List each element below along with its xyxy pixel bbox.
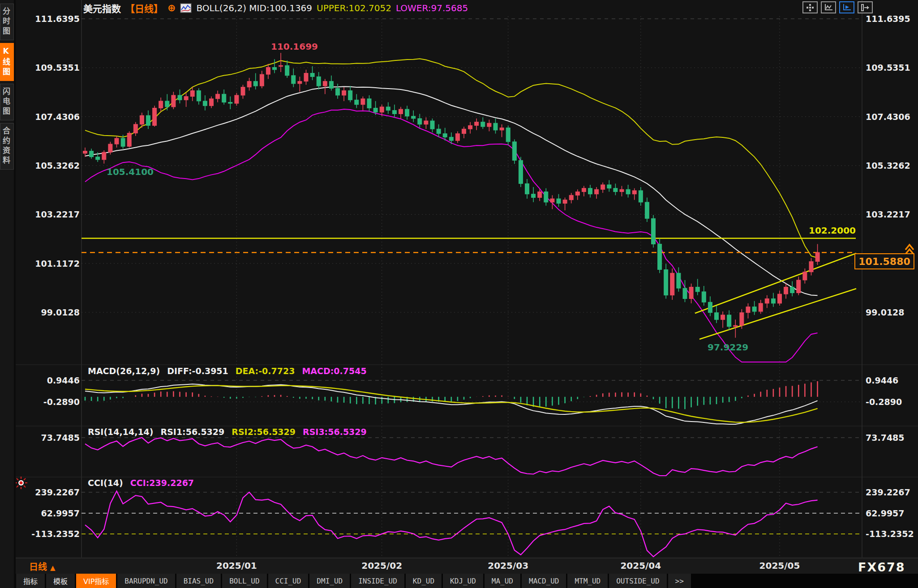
period-label: 日线: [29, 562, 47, 572]
date-axis-label: 2025/03: [484, 560, 533, 571]
axis-chart-icon[interactable]: [821, 1, 836, 13]
indicator-tab-bar: 指标模板VIP指标BARUPDN_UDBIAS_UDBOLL_UDCCI_UDD…: [0, 574, 918, 588]
price-axis-label: -0.2890: [43, 397, 80, 407]
indicator-tab-cciud[interactable]: CCI_UD: [268, 574, 309, 588]
price-axis-label: 107.4306: [866, 111, 910, 121]
indicator-tab-mtmud[interactable]: MTM_UD: [567, 574, 608, 588]
price-axis-label: 105.3262: [866, 161, 910, 170]
indicator-tab-vip[interactable]: VIP指标: [76, 574, 116, 588]
macd-bar-value: MACD:0.7545: [302, 366, 366, 376]
period-selector[interactable]: 日线 ▲: [29, 560, 56, 573]
macd-dea-value: DEA:-0.7723: [236, 366, 295, 376]
chart-type-sidebar: 分时图 K线图 闪电图 合约资料: [0, 0, 16, 588]
cci-title: CCI(14): [88, 478, 123, 488]
rsi-panel-header: RSI(14,14,14) RSI1:56.5329 RSI2:56.5329 …: [88, 427, 367, 437]
price-axis-label: 239.2267: [35, 487, 80, 497]
indicator-tab-[interactable]: >>: [668, 574, 691, 588]
rsi2-value: RSI2:56.5329: [232, 427, 296, 437]
date-axis-label: 2025/05: [755, 560, 804, 571]
grid-move-icon[interactable]: [802, 1, 818, 13]
price-axis-label: 62.9957: [41, 508, 80, 518]
indicator-tab-outsideud[interactable]: OUTSIDE_UD: [609, 574, 666, 588]
price-axis-label: 0.9446: [47, 375, 80, 385]
indicator-tab-kdjud[interactable]: KDJ_UD: [443, 574, 483, 588]
date-axis-label: 2025/02: [357, 560, 407, 571]
price-axis-label: 62.9957: [866, 508, 905, 518]
price-axis-label: 111.6395: [35, 14, 80, 24]
indicator-tab-[interactable]: 指标: [16, 574, 45, 588]
indicator-tab-biasud[interactable]: BIAS_UD: [176, 574, 221, 588]
price-axis-label: 105.3262: [35, 161, 80, 170]
indicator-tab-macdud[interactable]: MACD_UD: [522, 574, 566, 588]
candle-mini-icon[interactable]: [180, 3, 192, 13]
last-price-box: 101.5880: [854, 253, 914, 269]
indicator-tab-[interactable]: 模板: [46, 574, 75, 588]
alert-beacon-icon[interactable]: [14, 476, 28, 491]
macd-panel-header: MACD(26,12,9) DIFF:-0.3951 DEA:-0.7723 M…: [88, 366, 367, 376]
sidebar-item-candle-chart[interactable]: K线图: [0, 43, 14, 81]
indicator-tab-kdud[interactable]: KD_UD: [406, 574, 442, 588]
boll-lower-label: LOWER:97.5685: [396, 3, 468, 13]
price-axis-label: 107.4306: [35, 111, 80, 121]
sidebar-item-flash-chart[interactable]: 闪电图: [0, 84, 14, 120]
early-low-annotation: 105.4100: [107, 166, 154, 177]
price-axis-label: 99.0128: [866, 307, 905, 317]
price-axis-label: 73.7485: [41, 433, 80, 443]
date-axis-label: 2025/01: [212, 560, 261, 571]
price-axis-left: 111.6395109.5351107.4306105.3262103.2217…: [18, 0, 80, 588]
price-axis-label: 109.5351: [35, 63, 80, 72]
price-axis-label: -113.2352: [866, 529, 914, 539]
price-axis-right: 111.6395109.5351107.4306105.3262103.2217…: [866, 0, 917, 588]
triangle-up-icon: ▲: [50, 564, 56, 572]
indicator-tab-dmiud[interactable]: DMI_UD: [309, 574, 350, 588]
period-tag[interactable]: 【日线】: [125, 1, 163, 15]
rsi3-value: RSI3:56.5329: [303, 427, 367, 437]
symbol-title: 美元指数: [83, 1, 121, 15]
price-axis-label: 239.2267: [866, 487, 910, 497]
chart-toolbar: [802, 1, 873, 13]
sidebar-item-time-chart[interactable]: 分时图: [0, 4, 14, 40]
axis-play-icon[interactable]: [839, 1, 854, 13]
price-axis-label: 99.0128: [41, 307, 80, 317]
chart-header: 美元指数 【日线】 ⊕ BOLL(26,2) MID:100.1369 UPPE…: [83, 2, 468, 14]
indicator-tab-insideud[interactable]: INSIDE_UD: [351, 574, 404, 588]
boll-upper-label: UPPER:102.7052: [317, 3, 391, 13]
sidebar-item-contract-info[interactable]: 合约资料: [0, 123, 14, 170]
trough-price-annotation: 97.9229: [708, 342, 748, 353]
cci-value: CCI:239.2267: [130, 478, 194, 488]
boll-indicator-label: BOLL(26,2) MID:100.1369: [196, 3, 312, 13]
time-axis-strip: 日线 ▲ 2025/012025/022025/032025/042025/05: [16, 558, 918, 574]
price-axis-label: 101.1172: [35, 258, 80, 268]
chart-canvas[interactable]: [0, 0, 918, 588]
rsi1-value: RSI1:56.5329: [161, 427, 225, 437]
price-axis-label: 73.7485: [866, 433, 905, 443]
price-axis-label: -113.2352: [31, 529, 80, 539]
indicator-tab-maud[interactable]: MA_UD: [485, 574, 520, 588]
watermark: FX678: [858, 560, 905, 574]
peak-price-annotation: 110.1699: [271, 41, 318, 52]
price-axis-label: 103.2217: [35, 209, 80, 219]
yellow-line-label: 102.2000: [809, 225, 856, 236]
price-axis-label: 111.6395: [866, 14, 910, 24]
macd-title: MACD(26,12,9): [88, 366, 160, 376]
price-axis-label: 103.2217: [866, 209, 910, 219]
indicator-tab-bollud[interactable]: BOLL_UD: [222, 574, 266, 588]
indicator-tab-barupdnud[interactable]: BARUPDN_UD: [117, 574, 175, 588]
date-axis-label: 2025/04: [616, 560, 665, 571]
price-axis-label: 109.5351: [866, 63, 910, 72]
price-axis-label: 0.9446: [866, 375, 898, 385]
cci-panel-header: CCI(14) CCI:239.2267: [88, 478, 194, 488]
add-indicator-icon[interactable]: ⊕: [167, 3, 176, 13]
rsi-title: RSI(14,14,14): [88, 427, 154, 437]
price-axis-label: -0.2890: [866, 397, 902, 407]
macd-diff-value: DIFF:-0.3951: [167, 366, 228, 376]
